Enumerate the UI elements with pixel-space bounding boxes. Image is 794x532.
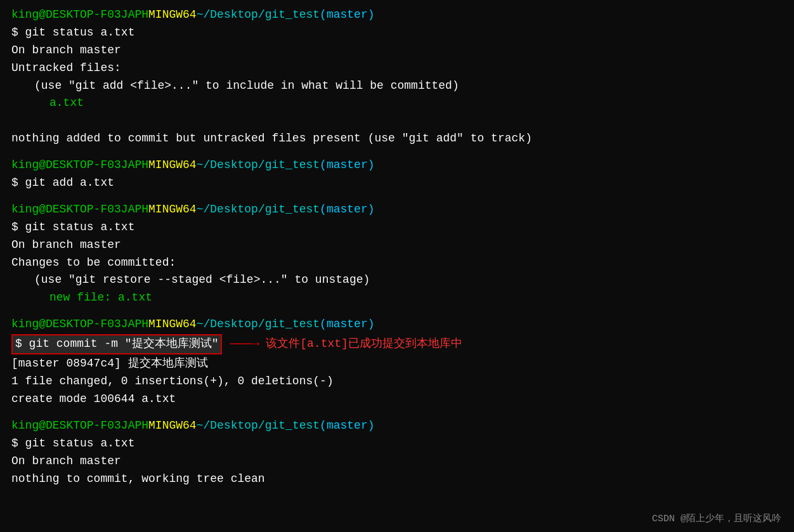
path-3: ~/Desktop/git_test [197, 201, 320, 219]
user-host-1: king@DESKTOP-F03JAPH [11, 6, 148, 24]
output-3-4: new file: a.txt [11, 289, 783, 307]
output-4-1: [master 08947c4] 提交本地库测试 [11, 355, 783, 373]
path-2: ~/Desktop/git_test [197, 157, 320, 174]
branch-2: (master) [320, 157, 374, 174]
cmd-line-5-1: $ git status a.txt [11, 435, 783, 453]
prompt-line-5: king@DESKTOP-F03JAPH MINGW64 ~/Desktop/g… [11, 417, 783, 435]
branch-5: (master) [320, 417, 374, 435]
output-5-1: On branch master [11, 453, 783, 470]
output-1-2: Untracked files: [11, 60, 783, 77]
path-4: ~/Desktop/git_test [197, 316, 320, 334]
branch-3: (master) [320, 201, 374, 219]
cmd-line-1-1: $ git status a.txt [11, 24, 783, 42]
terminal-block-1: king@DESKTOP-F03JAPH MINGW64 ~/Desktop/g… [11, 6, 783, 148]
terminal-block-3: king@DESKTOP-F03JAPH MINGW64 ~/Desktop/g… [11, 201, 783, 307]
cmd-line-3-1: $ git status a.txt [11, 219, 783, 237]
cmd-line-2-1: $ git add a.txt [11, 174, 783, 192]
empty-1 [11, 112, 783, 130]
terminal-block-5: king@DESKTOP-F03JAPH MINGW64 ~/Desktop/g… [11, 417, 783, 488]
terminal-block-4: king@DESKTOP-F03JAPH MINGW64 ~/Desktop/g… [11, 316, 783, 408]
prompt-line-4: king@DESKTOP-F03JAPH MINGW64 ~/Desktop/g… [11, 316, 783, 334]
prompt-line-1: king@DESKTOP-F03JAPH MINGW64 ~/Desktop/g… [11, 6, 783, 24]
prompt-line-2: king@DESKTOP-F03JAPH MINGW64 ~/Desktop/g… [11, 157, 783, 174]
output-3-2: Changes to be committed: [11, 254, 783, 272]
path-5: ~/Desktop/git_test [197, 417, 320, 435]
arrow-icon: ———→ [230, 334, 258, 355]
mingw-5: MINGW64 [148, 417, 197, 435]
commit-cmd-line: $ git commit -m "提交本地库测试" ———→ 该文件[a.txt… [11, 334, 783, 355]
annotation-label: 该文件[a.txt]已成功提交到本地库中 [266, 335, 462, 353]
mingw-4: MINGW64 [148, 316, 197, 334]
user-host-4: king@DESKTOP-F03JAPH [11, 316, 148, 334]
spacer-4 [11, 411, 783, 417]
output-1-5: nothing added to commit but untracked fi… [11, 130, 783, 148]
spacer-3 [11, 309, 783, 316]
prompt-line-3: king@DESKTOP-F03JAPH MINGW64 ~/Desktop/g… [11, 201, 783, 219]
user-host-3: king@DESKTOP-F03JAPH [11, 201, 148, 219]
path-1: ~/Desktop/git_test [197, 6, 320, 24]
output-1-4: a.txt [11, 94, 783, 112]
mingw-2: MINGW64 [148, 157, 197, 174]
spacer-2 [11, 195, 783, 201]
branch-4: (master) [320, 316, 374, 334]
branch-1: (master) [320, 6, 374, 24]
output-5-2: nothing to commit, working tree clean [11, 470, 783, 488]
mingw-1: MINGW64 [148, 6, 197, 24]
terminal-block-2: king@DESKTOP-F03JAPH MINGW64 ~/Desktop/g… [11, 157, 783, 192]
terminal-window: king@DESKTOP-F03JAPH MINGW64 ~/Desktop/g… [0, 0, 794, 496]
watermark-text: CSDN @陌上少年，且听这风吟 [652, 512, 781, 524]
output-4-2: 1 file changed, 0 insertions(+), 0 delet… [11, 373, 783, 391]
output-1-3: (use "git add <file>..." to include in w… [11, 77, 783, 95]
user-host-5: king@DESKTOP-F03JAPH [11, 417, 148, 435]
mingw-3: MINGW64 [148, 201, 197, 219]
user-host-2: king@DESKTOP-F03JAPH [11, 157, 148, 174]
commit-command-highlighted: $ git commit -m "提交本地库测试" [11, 334, 222, 354]
spacer-1 [11, 150, 783, 157]
output-1-1: On branch master [11, 42, 783, 60]
output-3-1: On branch master [11, 237, 783, 254]
output-4-3: create mode 100644 a.txt [11, 391, 783, 408]
output-3-3: (use "git restore --staged <file>..." to… [11, 271, 783, 289]
